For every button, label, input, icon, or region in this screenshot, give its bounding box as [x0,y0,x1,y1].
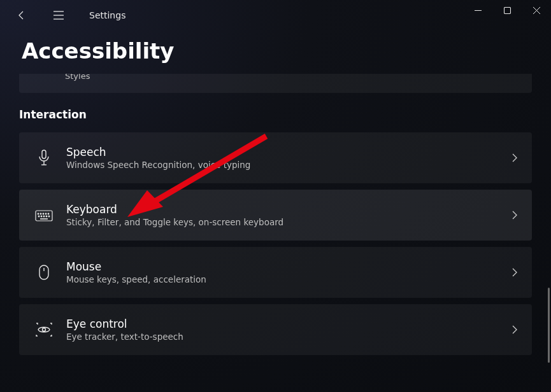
card-subtitle: Mouse keys, speed, acceleration [66,274,512,284]
card-subtitle: Sticky, Filter, and Toggle keys, on-scre… [66,217,512,227]
svg-rect-4 [504,7,510,13]
chevron-right-icon [512,268,518,277]
svg-point-20 [48,216,50,217]
chevron-right-icon [512,153,518,162]
card-speech[interactable]: Speech Windows Speech Recognition, voice… [19,132,532,183]
card-title: Speech [66,146,512,158]
card-title: Mouse [66,260,512,273]
svg-point-24 [43,328,46,332]
svg-point-12 [40,213,41,214]
chevron-right-icon [512,325,518,334]
card-title: Eye control [66,318,512,330]
card-subtitle: Eye tracker, text-to-speech [66,332,512,342]
card-keyboard[interactable]: Keyboard Sticky, Filter, and Toggle keys… [19,190,532,241]
card-subtitle: Styles [65,74,90,81]
minimize-button[interactable] [463,0,492,20]
card-title: Keyboard [66,203,512,216]
card-subtitle: Windows Speech Recognition, voice typing [66,160,512,170]
hamburger-menu-button[interactable] [46,3,71,28]
svg-rect-22 [39,265,48,279]
svg-point-13 [43,213,44,214]
partial-card-captions[interactable]: Styles [19,74,532,93]
svg-rect-7 [42,150,46,158]
svg-point-16 [38,216,39,217]
svg-point-18 [43,216,45,217]
svg-point-14 [45,213,47,214]
microphone-icon [33,150,55,166]
back-button[interactable] [9,3,34,28]
keyboard-icon [33,209,55,221]
card-eye-control[interactable]: Eye control Eye tracker, text-to-speech [19,304,532,355]
svg-point-15 [48,213,49,214]
app-title: Settings [89,10,125,20]
svg-point-11 [38,213,39,214]
section-heading-interaction: Interaction [19,108,532,121]
scrollbar-thumb[interactable] [548,288,550,363]
titlebar: Settings [0,0,551,31]
svg-point-19 [46,216,47,217]
eye-control-icon [33,323,55,337]
chevron-right-icon [512,211,518,220]
page-title: Accessibility [22,38,551,64]
card-mouse[interactable]: Mouse Mouse keys, speed, acceleration [19,247,532,298]
content-area: Styles Interaction Speech Windows Speech… [0,74,551,355]
svg-point-17 [41,216,42,217]
close-button[interactable] [522,0,551,20]
mouse-icon [33,264,55,281]
maximize-button[interactable] [492,0,522,20]
